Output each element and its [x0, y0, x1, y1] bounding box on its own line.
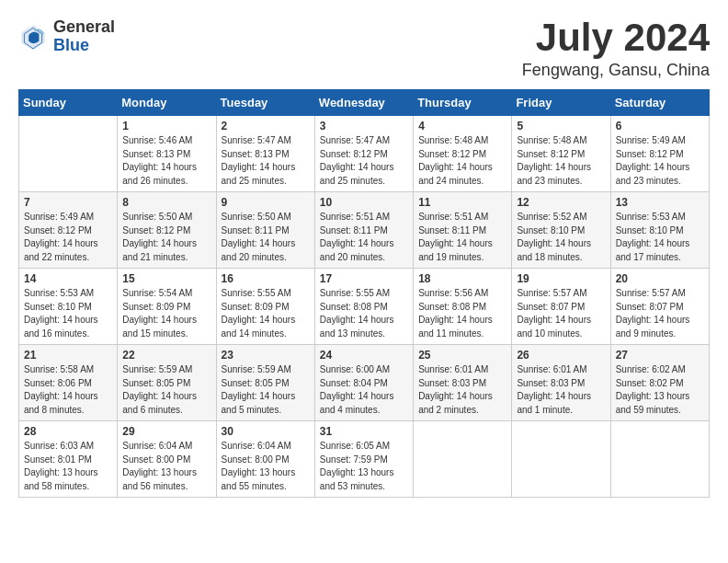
calendar-cell: 5Sunrise: 5:48 AM Sunset: 8:12 PM Daylig…	[512, 116, 610, 192]
day-number: 22	[122, 349, 210, 362]
day-info: Sunrise: 5:51 AM Sunset: 8:11 PM Dayligh…	[418, 211, 506, 264]
calendar-cell: 21Sunrise: 5:58 AM Sunset: 8:06 PM Dayli…	[19, 345, 118, 421]
calendar-cell: 11Sunrise: 5:51 AM Sunset: 8:11 PM Dayli…	[414, 192, 512, 269]
column-header-sunday: Sunday	[19, 90, 118, 116]
day-info: Sunrise: 5:54 AM Sunset: 8:09 PM Dayligh…	[122, 287, 210, 340]
logo-general-text: General	[53, 18, 115, 37]
day-number: 17	[320, 272, 408, 285]
calendar-cell: 6Sunrise: 5:49 AM Sunset: 8:12 PM Daylig…	[610, 116, 709, 192]
day-info: Sunrise: 5:46 AM Sunset: 8:13 PM Dayligh…	[122, 134, 210, 188]
day-info: Sunrise: 5:59 AM Sunset: 8:05 PM Dayligh…	[122, 363, 210, 417]
day-info: Sunrise: 5:55 AM Sunset: 8:08 PM Dayligh…	[320, 287, 408, 340]
calendar-table: SundayMondayTuesdayWednesdayThursdayFrid…	[18, 89, 710, 498]
day-number: 16	[222, 272, 310, 285]
day-info: Sunrise: 6:01 AM Sunset: 8:03 PM Dayligh…	[418, 363, 506, 417]
calendar-body: 1Sunrise: 5:46 AM Sunset: 8:13 PM Daylig…	[19, 116, 710, 498]
calendar-cell	[19, 116, 118, 192]
day-number: 9	[222, 196, 310, 209]
day-number: 19	[517, 272, 605, 285]
day-info: Sunrise: 5:51 AM Sunset: 8:11 PM Dayligh…	[320, 211, 408, 264]
calendar-cell: 30Sunrise: 6:04 AM Sunset: 8:00 PM Dayli…	[216, 421, 314, 498]
calendar-cell: 12Sunrise: 5:52 AM Sunset: 8:10 PM Dayli…	[512, 192, 610, 269]
day-number: 3	[320, 120, 408, 132]
day-info: Sunrise: 5:53 AM Sunset: 8:10 PM Dayligh…	[616, 211, 704, 264]
calendar-cell: 8Sunrise: 5:50 AM Sunset: 8:12 PM Daylig…	[118, 192, 216, 269]
day-number: 8	[122, 196, 210, 209]
month-title: July 2024	[522, 18, 710, 57]
day-number: 28	[24, 425, 112, 438]
calendar-cell: 9Sunrise: 5:50 AM Sunset: 8:11 PM Daylig…	[216, 192, 314, 269]
calendar-cell: 7Sunrise: 5:49 AM Sunset: 8:12 PM Daylig…	[19, 192, 118, 269]
logo: General Blue	[18, 18, 115, 55]
day-number: 20	[616, 272, 704, 285]
day-info: Sunrise: 5:58 AM Sunset: 8:06 PM Dayligh…	[24, 363, 112, 417]
calendar-cell: 18Sunrise: 5:56 AM Sunset: 8:08 PM Dayli…	[414, 269, 512, 345]
day-number: 27	[616, 349, 704, 362]
calendar-cell: 16Sunrise: 5:55 AM Sunset: 8:09 PM Dayli…	[216, 269, 314, 345]
calendar-cell	[610, 421, 709, 498]
day-info: Sunrise: 6:05 AM Sunset: 7:59 PM Dayligh…	[320, 440, 408, 493]
column-header-tuesday: Tuesday	[216, 90, 314, 116]
calendar-cell: 3Sunrise: 5:47 AM Sunset: 8:12 PM Daylig…	[314, 116, 413, 192]
day-number: 1	[122, 120, 210, 132]
week-row-3: 14Sunrise: 5:53 AM Sunset: 8:10 PM Dayli…	[19, 269, 710, 345]
calendar-cell: 2Sunrise: 5:47 AM Sunset: 8:13 PM Daylig…	[216, 116, 314, 192]
day-number: 23	[222, 349, 310, 362]
day-number: 26	[517, 349, 605, 362]
day-number: 10	[320, 196, 408, 209]
title-section: July 2024 Fengwang, Gansu, China	[522, 18, 710, 80]
calendar-cell: 17Sunrise: 5:55 AM Sunset: 8:08 PM Dayli…	[314, 269, 413, 345]
day-info: Sunrise: 5:57 AM Sunset: 8:07 PM Dayligh…	[616, 287, 704, 340]
day-number: 7	[24, 196, 112, 209]
day-number: 18	[418, 272, 506, 285]
calendar-cell: 13Sunrise: 5:53 AM Sunset: 8:10 PM Dayli…	[610, 192, 709, 269]
calendar-cell: 26Sunrise: 6:01 AM Sunset: 8:03 PM Dayli…	[512, 345, 610, 421]
week-row-4: 21Sunrise: 5:58 AM Sunset: 8:06 PM Dayli…	[19, 345, 710, 421]
calendar-cell: 23Sunrise: 5:59 AM Sunset: 8:05 PM Dayli…	[216, 345, 314, 421]
day-number: 25	[418, 349, 506, 362]
calendar-cell	[512, 421, 610, 498]
day-info: Sunrise: 5:56 AM Sunset: 8:08 PM Dayligh…	[418, 287, 506, 340]
logo-blue-text: Blue	[53, 37, 115, 55]
calendar-cell: 29Sunrise: 6:04 AM Sunset: 8:00 PM Dayli…	[118, 421, 216, 498]
calendar-cell: 10Sunrise: 5:51 AM Sunset: 8:11 PM Dayli…	[314, 192, 413, 269]
week-row-2: 7Sunrise: 5:49 AM Sunset: 8:12 PM Daylig…	[19, 192, 710, 269]
day-info: Sunrise: 5:59 AM Sunset: 8:05 PM Dayligh…	[222, 363, 310, 417]
day-info: Sunrise: 5:53 AM Sunset: 8:10 PM Dayligh…	[24, 287, 112, 340]
calendar-cell: 31Sunrise: 6:05 AM Sunset: 7:59 PM Dayli…	[314, 421, 413, 498]
day-info: Sunrise: 5:50 AM Sunset: 8:11 PM Dayligh…	[222, 211, 310, 264]
day-info: Sunrise: 5:52 AM Sunset: 8:10 PM Dayligh…	[517, 211, 605, 264]
day-number: 24	[320, 349, 408, 362]
day-number: 15	[122, 272, 210, 285]
page-header: General Blue July 2024 Fengwang, Gansu, …	[18, 18, 710, 80]
day-info: Sunrise: 6:02 AM Sunset: 8:02 PM Dayligh…	[616, 363, 704, 417]
week-row-5: 28Sunrise: 6:03 AM Sunset: 8:01 PM Dayli…	[19, 421, 710, 498]
column-header-monday: Monday	[118, 90, 216, 116]
day-number: 2	[222, 120, 310, 132]
day-number: 13	[616, 196, 704, 209]
calendar-cell: 19Sunrise: 5:57 AM Sunset: 8:07 PM Dayli…	[512, 269, 610, 345]
day-number: 6	[616, 120, 704, 132]
day-number: 14	[24, 272, 112, 285]
day-info: Sunrise: 5:49 AM Sunset: 8:12 PM Dayligh…	[24, 211, 112, 264]
calendar-cell: 20Sunrise: 5:57 AM Sunset: 8:07 PM Dayli…	[610, 269, 709, 345]
header-row: SundayMondayTuesdayWednesdayThursdayFrid…	[19, 90, 710, 116]
week-row-1: 1Sunrise: 5:46 AM Sunset: 8:13 PM Daylig…	[19, 116, 710, 192]
calendar-cell	[414, 421, 512, 498]
day-info: Sunrise: 6:03 AM Sunset: 8:01 PM Dayligh…	[24, 440, 112, 493]
day-number: 21	[24, 349, 112, 362]
calendar-cell: 28Sunrise: 6:03 AM Sunset: 8:01 PM Dayli…	[19, 421, 118, 498]
calendar-cell: 22Sunrise: 5:59 AM Sunset: 8:05 PM Dayli…	[118, 345, 216, 421]
day-info: Sunrise: 5:47 AM Sunset: 8:12 PM Dayligh…	[320, 134, 408, 188]
day-number: 4	[418, 120, 506, 132]
day-info: Sunrise: 6:00 AM Sunset: 8:04 PM Dayligh…	[320, 363, 408, 417]
day-number: 31	[320, 425, 408, 438]
day-number: 29	[122, 425, 210, 438]
day-info: Sunrise: 6:04 AM Sunset: 8:00 PM Dayligh…	[122, 440, 210, 493]
calendar-cell: 4Sunrise: 5:48 AM Sunset: 8:12 PM Daylig…	[414, 116, 512, 192]
calendar-cell: 1Sunrise: 5:46 AM Sunset: 8:13 PM Daylig…	[118, 116, 216, 192]
day-info: Sunrise: 5:47 AM Sunset: 8:13 PM Dayligh…	[222, 134, 310, 188]
calendar-cell: 25Sunrise: 6:01 AM Sunset: 8:03 PM Dayli…	[414, 345, 512, 421]
day-info: Sunrise: 6:04 AM Sunset: 8:00 PM Dayligh…	[222, 440, 310, 493]
logo-icon	[18, 22, 48, 52]
